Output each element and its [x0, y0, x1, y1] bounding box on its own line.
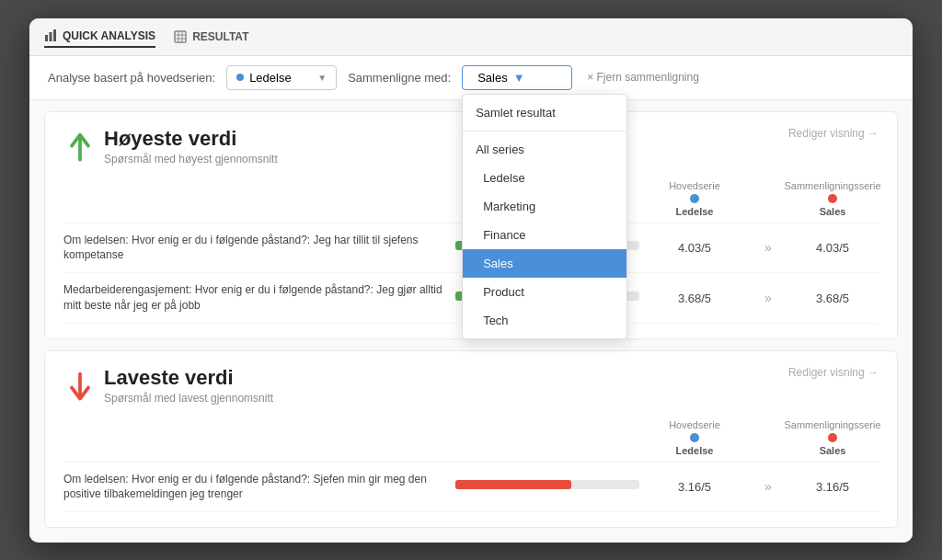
highest-main-name: Ledelse: [676, 206, 714, 217]
highest-row-1-question: Medarbeiderengasjement: Hvor enig er du …: [63, 282, 455, 314]
dropdown-item-sales[interactable]: Sales: [463, 249, 626, 278]
lowest-row-0-score: 3.16/5: [678, 480, 711, 494]
lowest-title: Laveste verdi: [104, 366, 788, 390]
lowest-compare-label: Sammenligningsserie: [784, 419, 880, 430]
dropdown-divider: [463, 131, 626, 131]
dropdown-ledelse-label: Ledelse: [483, 171, 525, 185]
lowest-row-0-bar-container: [455, 480, 639, 493]
lowest-row-0-arrow-icon: »: [764, 479, 772, 494]
dropdown-item-samlet[interactable]: Samlet resultat: [463, 98, 626, 127]
lowest-table-header: Hovedserie Ledelse Sammenligningsserie S…: [63, 414, 879, 463]
compare-value: Sales: [477, 71, 508, 85]
dropdown-sales-label: Sales: [483, 257, 513, 270]
dropdown-item-product[interactable]: Product: [463, 278, 626, 306]
highest-title: Høyeste verdi: [104, 127, 788, 151]
compare-dropdown-menu: Samlet resultat All series Ledelse Marke…: [462, 94, 627, 339]
lowest-compare-name: Sales: [820, 445, 846, 456]
remove-compare-button[interactable]: × Fjern sammenligning: [587, 71, 699, 84]
dropdown-item-samlet-label: Samlet resultat: [476, 106, 556, 120]
highest-compare-dot: [828, 194, 837, 203]
tab-resultat[interactable]: RESULTAT: [174, 27, 248, 47]
svg-rect-1: [50, 32, 52, 41]
highest-row-0-score: 4.03/5: [678, 241, 711, 255]
toolbar: Analyse basert på hovedserien: Ledelse ▼…: [29, 56, 913, 100]
analysis-label: Analyse basert på hovedserien:: [48, 71, 215, 85]
lowest-section: Laveste verdi Spørsmål med lavest gjenno…: [44, 350, 898, 529]
dropdown-item-finance[interactable]: Finance: [463, 221, 626, 249]
title-bar: QUICK ANALYSIS RESULTAT: [29, 18, 913, 56]
lowest-edit-button[interactable]: Rediger visning →: [788, 366, 879, 379]
dropdown-item-tech[interactable]: Tech: [463, 306, 626, 335]
highest-row-1-compare: 3.68/5: [816, 291, 849, 305]
dropdown-tech-label: Tech: [483, 314, 508, 327]
dropdown-item-all-series-label: All series: [476, 143, 524, 156]
compare-chevron-icon: ▼: [513, 71, 525, 85]
dropdown-item-all-series[interactable]: All series: [463, 135, 626, 164]
lowest-row-0-bar-track: [455, 480, 639, 489]
dropdown-marketing-label: Marketing: [483, 200, 535, 213]
main-series-dropdown-container: Ledelse ▼: [226, 65, 337, 90]
highest-col-compare: Sammenligningsserie Sales: [787, 180, 879, 217]
dropdown-product-label: Product: [483, 285, 524, 299]
compare-label: Sammenligne med:: [348, 71, 451, 85]
highest-main-dot: [690, 194, 699, 203]
highest-col-main: Hovedserie Ledelse: [639, 180, 750, 217]
tab-quick-analysis[interactable]: QUICK ANALYSIS: [44, 26, 155, 48]
highest-row-0-arrow-icon: »: [764, 240, 772, 255]
svg-rect-3: [175, 31, 186, 42]
tab-quick-analysis-label: QUICK ANALYSIS: [63, 29, 155, 42]
highest-compare-label: Sammenligningsserie: [784, 180, 880, 191]
lowest-compare-dot: [828, 433, 837, 442]
lowest-row-0: Om ledelsen: Hvor enig er du i følgende …: [63, 463, 879, 513]
lowest-col-main: Hovedserie Ledelse: [639, 419, 750, 456]
down-arrow-icon: [63, 370, 97, 403]
dropdown-finance-label: Finance: [483, 228, 525, 242]
app-window: QUICK ANALYSIS RESULTAT Analyse basert p…: [29, 18, 913, 543]
lowest-subtitle: Spørsmål med lavest gjennomsnitt: [104, 392, 788, 405]
tab-resultat-label: RESULTAT: [192, 30, 248, 43]
highest-edit-button[interactable]: Rediger visning →: [788, 127, 879, 140]
lowest-main-dot: [690, 433, 699, 442]
highest-compare-name: Sales: [820, 206, 846, 217]
lowest-main-name: Ledelse: [676, 445, 714, 456]
dropdown-item-ledelse[interactable]: Ledelse: [463, 164, 626, 192]
main-series-dot: [236, 74, 244, 81]
lowest-row-0-bar-fill: [455, 480, 571, 489]
lowest-row-0-question: Om ledelsen: Hvor enig er du i følgende …: [63, 472, 455, 503]
svg-rect-0: [45, 35, 48, 41]
main-series-chevron-icon: ▼: [317, 73, 327, 83]
main-series-value: Ledelse: [249, 71, 292, 85]
svg-rect-2: [53, 29, 56, 41]
remove-compare-label: × Fjern sammenligning: [587, 71, 699, 84]
highest-row-0-question: Om ledelsen: Hvor enig er du i følgende …: [63, 233, 455, 264]
highest-row-1-arrow-icon: »: [764, 291, 772, 305]
lowest-main-label: Hovedserie: [669, 419, 720, 430]
table-icon: [174, 30, 187, 43]
lowest-col-compare: Sammenligningsserie Sales: [787, 419, 879, 456]
highest-main-label: Hovedserie: [669, 180, 720, 191]
up-arrow-icon: [63, 131, 97, 164]
highest-row-1-score: 3.68/5: [678, 291, 711, 305]
compare-dropdown-container: Sales ▼ Samlet resultat All series Ledel…: [462, 65, 572, 90]
chart-icon: [44, 29, 57, 42]
main-series-dropdown[interactable]: Ledelse ▼: [226, 65, 337, 90]
compare-dropdown[interactable]: Sales ▼: [462, 65, 572, 90]
dropdown-item-marketing[interactable]: Marketing: [463, 192, 626, 221]
highest-row-0-compare: 4.03/5: [816, 241, 849, 255]
highest-subtitle: Spørsmål med høyest gjennomsnitt: [104, 153, 788, 166]
lowest-row-0-compare: 3.16/5: [816, 480, 849, 494]
